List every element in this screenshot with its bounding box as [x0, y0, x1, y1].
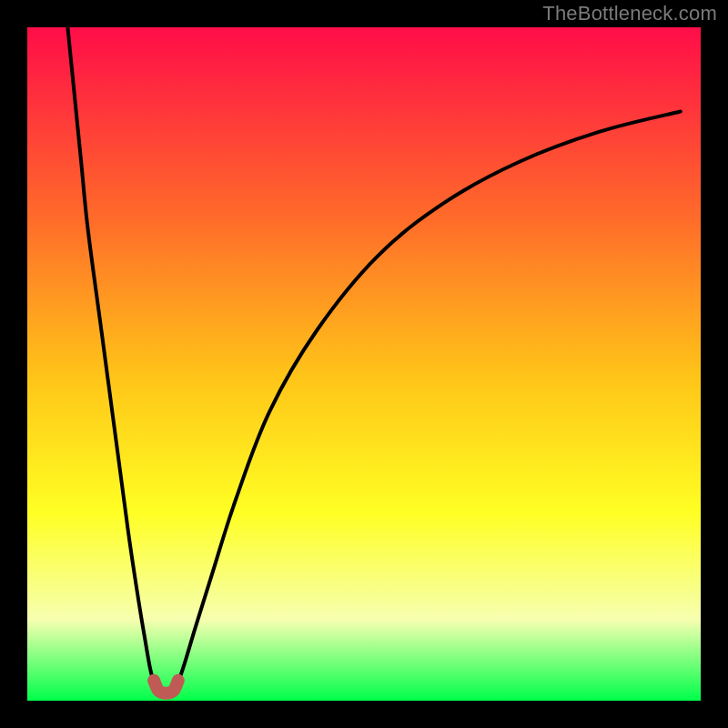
chart-stage: TheBottleneck.com: [0, 0, 728, 728]
bottleneck-chart: [0, 0, 728, 728]
watermark-text: TheBottleneck.com: [542, 2, 717, 25]
plot-background: [27, 27, 701, 701]
